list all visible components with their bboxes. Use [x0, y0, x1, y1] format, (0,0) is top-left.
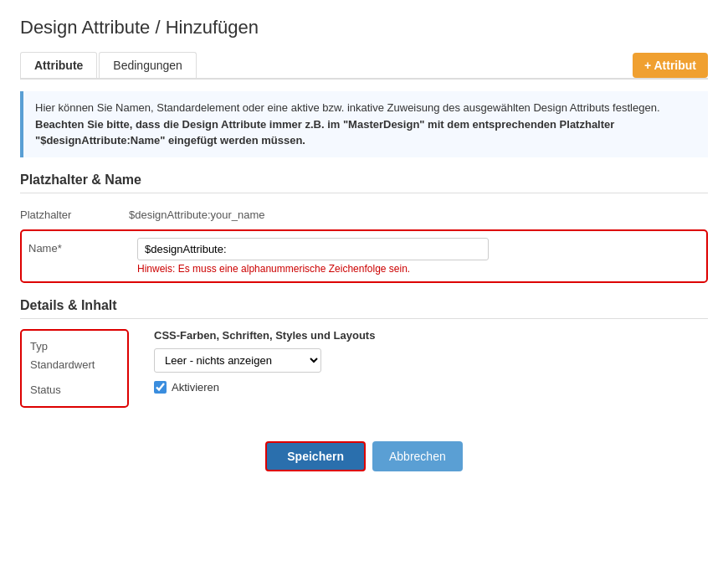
section-details-title: Details & Inhalt — [20, 298, 708, 319]
checkbox-label: Aktivieren — [172, 381, 219, 394]
css-type-dropdown[interactable]: Leer - nichts anzeigen — [154, 348, 321, 373]
section-platzhalter-name: Platzhalter & Name Platzhalter $designAt… — [20, 172, 708, 283]
tab-bedingungen[interactable]: Bedingungen — [99, 52, 197, 78]
details-row: Typ Standardwert Status CSS-Farben, Schr… — [20, 329, 708, 408]
info-box: Hier können Sie Namen, Standardelement o… — [20, 91, 708, 157]
name-input[interactable] — [137, 238, 489, 260]
name-hint: Hinweis: Es muss eine alphanummerische Z… — [137, 263, 700, 275]
details-right: CSS-Farben, Schriften, Styles und Layout… — [154, 329, 708, 394]
platzhalter-row: Platzhalter $designAttribute:your_name — [20, 203, 708, 221]
tabs-left: Attribute Bedingungen — [20, 52, 198, 78]
details-left: Typ Standardwert Status — [20, 329, 129, 408]
cancel-button[interactable]: Abbrechen — [372, 441, 463, 471]
tab-attribute[interactable]: Attribute — [20, 52, 97, 80]
info-bold-text: Beachten Sie bitte, dass die Design Attr… — [35, 118, 614, 147]
labels-red-box: Typ Standardwert Status — [20, 329, 129, 408]
platzhalter-value: $designAttribute:your_name — [129, 203, 708, 221]
name-row-wrapper: Name* Hinweis: Es muss eine alphanummeri… — [20, 229, 708, 283]
add-attribute-button[interactable]: + Attribut — [633, 53, 708, 78]
info-normal-text: Hier können Sie Namen, Standardelement o… — [35, 101, 660, 114]
name-label: Name* — [28, 238, 137, 255]
platzhalter-label: Platzhalter — [20, 203, 129, 221]
status-checkbox-row: Aktivieren — [154, 381, 708, 394]
tabs-bar: Attribute Bedingungen + Attribut — [20, 52, 708, 80]
status-label: Status — [30, 381, 119, 396]
button-row: Speichern Abbrechen — [20, 441, 708, 488]
save-button[interactable]: Speichern — [265, 441, 366, 471]
page-title: Design Attribute / Hinzufügen — [20, 17, 708, 39]
status-checkbox[interactable] — [154, 381, 167, 394]
section-platzhalter-title: Platzhalter & Name — [20, 172, 708, 193]
css-section-title: CSS-Farben, Schriften, Styles und Layout… — [154, 329, 708, 342]
standardwert-label: Standardwert — [30, 356, 119, 371]
name-input-wrapper: Hinweis: Es muss eine alphanummerische Z… — [137, 238, 700, 275]
typ-label: Typ — [30, 337, 119, 353]
section-details: Details & Inhalt Typ Standardwert Status… — [20, 298, 708, 408]
